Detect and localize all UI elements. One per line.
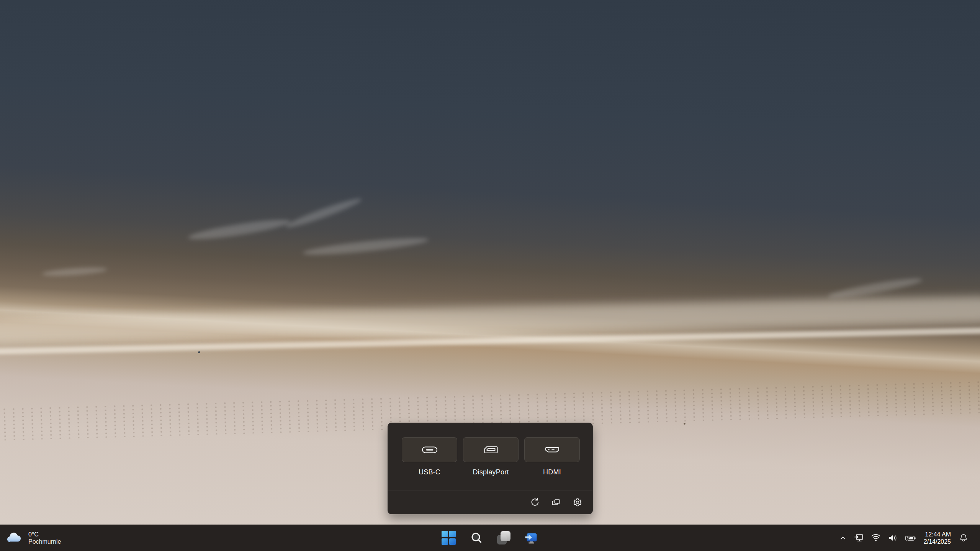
bell-icon [959, 533, 969, 543]
clock-date: 2/14/2025 [924, 538, 951, 545]
task-view-button[interactable] [496, 530, 512, 546]
search-icon [470, 531, 483, 545]
hdmi-port-icon [543, 444, 561, 456]
duplicate-displays-icon [551, 498, 561, 507]
usb-c-input-button[interactable] [402, 437, 457, 462]
volume-icon [888, 533, 898, 543]
hidden-icons-button[interactable] [838, 530, 848, 546]
chevron-up-icon [839, 534, 847, 542]
task-view-icon [497, 531, 511, 545]
weather-text: 0°C Pochmurnie [28, 531, 61, 545]
volume-tray-button[interactable] [886, 530, 899, 546]
input-label-hdmi: HDMI [543, 468, 561, 476]
remote-desktop-icon [524, 531, 539, 545]
clock-time: 12:44 AM [925, 531, 951, 538]
wave-foam-streak [827, 275, 923, 301]
system-tray: 12:44 AM 2/14/2025 [838, 525, 980, 551]
taskbar: 0°C Pochmurnie [0, 525, 980, 551]
battery-tray-button[interactable] [903, 530, 918, 546]
wifi-icon [871, 533, 881, 543]
hdmi-input-button[interactable] [524, 437, 580, 462]
displayport-port-icon [482, 444, 500, 456]
display-arrow-icon [854, 533, 864, 543]
input-option-displayport: DisplayPort [463, 437, 519, 476]
input-label-displayport: DisplayPort [473, 468, 509, 476]
weather-widget[interactable]: 0°C Pochmurnie [0, 525, 68, 551]
cloud-icon [6, 532, 23, 544]
battery-charging-icon [905, 533, 916, 543]
windows-start-icon [442, 531, 456, 545]
wave-foam-streak [187, 216, 291, 243]
wave-foam-streak [42, 266, 108, 277]
duplicate-displays-button[interactable] [551, 497, 561, 508]
weather-condition: Pochmurnie [28, 538, 61, 545]
settings-button[interactable] [572, 497, 583, 508]
usb-c-port-icon [421, 444, 438, 456]
refresh-button[interactable] [529, 497, 540, 508]
wave-foam-streak [303, 235, 429, 258]
notifications-button[interactable] [957, 530, 970, 546]
popup-footer [388, 490, 592, 514]
input-options-row: USB-C DisplayPort [402, 437, 580, 476]
refresh-icon [530, 498, 539, 507]
displayport-input-button[interactable] [463, 437, 519, 462]
input-option-hdmi: HDMI [524, 437, 580, 476]
display-input-switcher-panel: USB-C DisplayPort [388, 423, 593, 514]
input-label-usb-c: USB-C [419, 468, 440, 476]
remote-desktop-app-button[interactable] [523, 530, 540, 546]
settings-gear-icon [573, 498, 582, 507]
wave-foam-streak [285, 195, 363, 231]
taskbar-center-icons [440, 525, 540, 551]
clock[interactable]: 12:44 AM 2/14/2025 [921, 530, 953, 546]
input-option-usb-c: USB-C [402, 437, 457, 476]
wifi-tray-button[interactable] [869, 530, 882, 546]
weather-temperature: 0°C [28, 531, 39, 538]
cast-display-tray-button[interactable] [852, 530, 865, 546]
start-button[interactable] [440, 530, 457, 546]
search-button[interactable] [468, 530, 485, 546]
beach-speck [684, 423, 686, 425]
beach-speck [198, 351, 200, 353]
